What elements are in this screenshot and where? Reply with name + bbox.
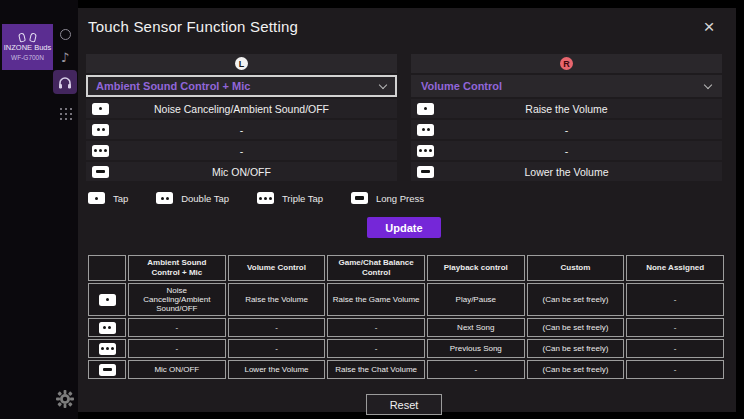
table-cell: Play/Pause	[427, 283, 525, 316]
sidebar-item-music[interactable]: ♪	[53, 47, 77, 67]
table-cell: -	[327, 339, 425, 358]
table-cell: (Can be set freely)	[527, 283, 625, 316]
table-header: Ambient Sound Control + Mic	[128, 255, 226, 281]
legend-tap-label: Tap	[113, 193, 128, 204]
apps-grid-icon	[60, 108, 62, 110]
table-cell: -	[128, 318, 226, 337]
table-cell: Lower the Volume	[228, 360, 326, 379]
triple-tap-icon	[99, 343, 116, 355]
right-tap-row: Raise the Volume	[411, 99, 722, 118]
table-header: Custom	[527, 255, 625, 281]
sidebar-item-apps[interactable]	[53, 103, 77, 123]
headphones-icon	[58, 76, 72, 89]
right-earbud-column: R Volume Control Raise the Volume - -	[411, 54, 722, 181]
earbud-columns: L Ambient Sound Control + Mic Noise Canc…	[86, 54, 722, 181]
device-tile[interactable]: INZONE Buds WF-G700N	[2, 24, 53, 70]
left-function-dropdown-value: Ambient Sound Control + Mic	[96, 80, 250, 92]
chevron-down-icon	[379, 80, 387, 88]
settings-button[interactable]	[53, 387, 77, 411]
table-cell: Noise Canceling/Ambient Sound/OFF	[128, 283, 226, 316]
legend-triple-tap: Triple Tap	[257, 192, 323, 204]
table-cell: (Can be set freely)	[527, 318, 625, 337]
table-cell: -	[327, 318, 425, 337]
gesture-cell	[88, 318, 126, 337]
table-header: Game/Chat Balance Control	[327, 255, 425, 281]
tap-icon	[88, 192, 105, 204]
touch-sensor-dialog: Touch Sensor Function Setting × L Ambien…	[78, 8, 736, 412]
sidebar-item-headphones[interactable]	[53, 70, 77, 94]
update-button[interactable]: Update	[367, 217, 441, 238]
table-header-row: Ambient Sound Control + Mic Volume Contr…	[88, 255, 724, 281]
device-name: INZONE Buds	[4, 44, 52, 52]
left-triple-tap-action: -	[240, 145, 244, 157]
tap-icon	[417, 103, 434, 115]
table-cell: -	[626, 283, 724, 316]
legend-triple-tap-label: Triple Tap	[282, 193, 323, 204]
sidebar-item-status[interactable]	[53, 24, 77, 44]
legend-double-tap-label: Double Tap	[181, 193, 229, 204]
right-function-dropdown[interactable]: Volume Control	[411, 75, 722, 97]
table-cell: -	[626, 318, 724, 337]
table-cell: -	[626, 339, 724, 358]
left-long-press-row: Mic ON/OFF	[86, 162, 397, 181]
legend-long-press: Long Press	[351, 192, 424, 204]
music-note-icon: ♪	[61, 50, 69, 65]
sidebar-nav: ♪	[52, 24, 78, 126]
table-cell: -	[228, 339, 326, 358]
table-row: Mic ON/OFF Lower the Volume Raise the Ch…	[88, 360, 724, 379]
left-tap-action: Noise Canceling/Ambient Sound/OFF	[154, 103, 329, 115]
long-press-icon	[351, 192, 368, 204]
triple-tap-icon	[92, 145, 109, 157]
sidebar: INZONE Buds WF-G700N ♪	[0, 0, 78, 419]
tap-icon	[99, 294, 116, 306]
table-cell: Next Song	[427, 318, 525, 337]
right-double-tap-action: -	[565, 124, 569, 136]
table-cell: -	[228, 318, 326, 337]
table-cell: (Can be set freely)	[527, 339, 625, 358]
table-row: - - - Next Song (Can be set freely) -	[88, 318, 724, 337]
right-triple-tap-row: -	[411, 141, 722, 160]
double-tap-icon	[99, 322, 116, 334]
right-long-press-action: Lower the Volume	[524, 166, 608, 178]
gesture-legend: Tap Double Tap Triple Tap Long Press	[86, 192, 424, 204]
left-function-dropdown[interactable]: Ambient Sound Control + Mic	[86, 75, 397, 97]
table-cell: Mic ON/OFF	[128, 360, 226, 379]
table-row: Noise Canceling/Ambient Sound/OFF Raise …	[88, 283, 724, 316]
double-tap-icon	[156, 192, 173, 204]
table-cell: -	[626, 360, 724, 379]
dialog-title: Touch Sensor Function Setting	[86, 18, 722, 35]
table-corner-cell	[88, 255, 126, 281]
function-reference-table: Ambient Sound Control + Mic Volume Contr…	[86, 253, 726, 381]
dialog-header: Touch Sensor Function Setting ×	[86, 18, 722, 50]
double-tap-icon	[417, 124, 434, 136]
table-header: Playback control	[427, 255, 525, 281]
right-earbud-badge: R	[560, 57, 573, 70]
table-header: None Assigned	[626, 255, 724, 281]
table-cell: Previous Song	[427, 339, 525, 358]
right-function-dropdown-value: Volume Control	[421, 80, 502, 92]
legend-tap: Tap	[88, 192, 128, 204]
table-row: - - - Previous Song (Can be set freely) …	[88, 339, 724, 358]
left-long-press-action: Mic ON/OFF	[212, 166, 271, 178]
right-tap-action: Raise the Volume	[525, 103, 607, 115]
close-icon[interactable]: ×	[698, 16, 720, 38]
gesture-cell	[88, 339, 126, 358]
right-triple-tap-action: -	[565, 145, 569, 157]
triple-tap-icon	[417, 145, 434, 157]
table-cell: Raise the Game Volume	[327, 283, 425, 316]
right-double-tap-row: -	[411, 120, 722, 139]
left-triple-tap-row: -	[86, 141, 397, 160]
left-earbud-badge: L	[235, 57, 248, 70]
table-cell: -	[427, 360, 525, 379]
right-long-press-row: Lower the Volume	[411, 162, 722, 181]
table-header: Volume Control	[228, 255, 326, 281]
app-window: INZONE Buds WF-G700N ♪	[0, 0, 744, 419]
device-model: WF-G700N	[11, 54, 44, 61]
chevron-down-icon	[704, 80, 712, 88]
reset-button[interactable]: Reset	[366, 394, 442, 415]
left-earbud-column: L Ambient Sound Control + Mic Noise Canc…	[86, 54, 397, 181]
left-earbud-header: L	[86, 54, 397, 73]
left-double-tap-action: -	[240, 124, 244, 136]
long-press-icon	[92, 166, 109, 178]
right-earbud-header: R	[411, 54, 722, 73]
